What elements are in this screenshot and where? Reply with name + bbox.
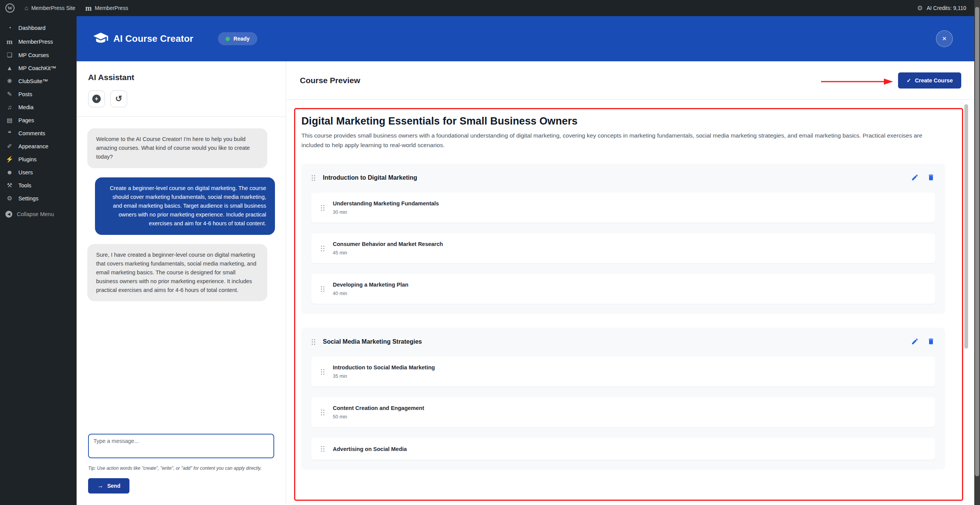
pages-icon: ▤	[5, 117, 14, 123]
sidebar-item-label: Media	[18, 104, 34, 110]
sidebar-item-plugins[interactable]: ⚡ Plugins	[0, 153, 77, 166]
sidebar-item-label: Users	[18, 169, 33, 175]
status-badge: Ready	[218, 32, 257, 45]
drag-handle-icon[interactable]	[311, 339, 316, 345]
sidebar-item-pages[interactable]: ▤ Pages	[0, 114, 77, 127]
browser-scrollbar[interactable]	[974, 0, 980, 505]
arrow-right-icon: →	[97, 483, 103, 489]
sidebar-item-collapse-menu[interactable]: ◀ Collapse Menu	[0, 207, 77, 221]
history-button[interactable]: ↺	[110, 90, 127, 107]
courses-icon: ❏	[5, 52, 14, 58]
drag-handle-icon[interactable]	[321, 205, 325, 211]
lesson-title: Understanding Marketing Fundamentals	[333, 200, 439, 207]
sidebar-item-tools[interactable]: ⚒ Tools	[0, 179, 77, 192]
sidebar-item-users[interactable]: ☻ Users	[0, 166, 77, 179]
sidebar-item-settings[interactable]: ⚙ Settings	[0, 192, 77, 205]
course-section: Social Media Marketing Strategies	[301, 328, 945, 470]
pencil-icon	[911, 338, 919, 345]
lesson-title: Introduction to Social Media Marketing	[333, 364, 435, 371]
lesson-card: Consumer Behavior and Market Research 45…	[311, 233, 935, 263]
annotation-box: Digital Marketing Essentials for Small B…	[294, 108, 963, 501]
course-preview-panel: Course Preview ✓ Create Course Digital M…	[286, 61, 974, 505]
assistant-title: AI Assistant	[88, 73, 274, 82]
collapse-icon: ◀	[5, 211, 12, 218]
app-header: AI Course Creator Ready ✕	[77, 16, 974, 61]
sidebar-item-label: MP Courses	[18, 52, 49, 58]
ai-assistant-panel: AI Assistant + ↺ Welcome to the AI Cours…	[77, 61, 286, 505]
drag-handle-icon[interactable]	[321, 369, 325, 375]
chat-message-list: Welcome to the AI Course Creator! I'm he…	[77, 117, 286, 434]
admin-bar-memberpress-link[interactable]: m MemberPress	[85, 4, 128, 12]
drag-handle-icon[interactable]	[311, 175, 316, 181]
plugins-icon: ⚡	[5, 156, 14, 162]
clubsuite-icon: ❋	[5, 78, 14, 84]
create-course-button[interactable]: ✓ Create Course	[898, 72, 961, 89]
lesson-card: Introduction to Social Media Marketing 3…	[311, 357, 935, 387]
sidebar-item-label: ClubSuite™	[18, 78, 48, 84]
settings-icon: ⚙	[5, 195, 14, 202]
sidebar-item-appearance[interactable]: ✐ Appearance	[0, 140, 77, 153]
ai-course-creator-app: AI Course Creator Ready ✕ AI Assistant +…	[77, 16, 974, 505]
wordpress-logo-icon[interactable]: W	[5, 3, 15, 13]
sidebar-item-mp-coachkit[interactable]: ▲ MP CoachKit™	[0, 62, 77, 75]
sidebar-item-label: Comments	[18, 130, 45, 136]
drag-handle-icon[interactable]	[321, 286, 325, 292]
close-icon[interactable]: ✕	[936, 30, 953, 47]
users-icon: ☻	[5, 169, 14, 175]
memberpress-icon: m	[5, 38, 14, 45]
ai-credits-label: AI Credits: 9,110	[927, 5, 966, 11]
pencil-icon	[911, 174, 919, 181]
lesson-card: Understanding Marketing Fundamentals 30 …	[311, 193, 935, 223]
lesson-card: Advertising on Social Media	[311, 438, 935, 460]
user-message: Create a beginner-level course on digita…	[95, 177, 275, 235]
delete-section-button[interactable]	[927, 174, 935, 182]
media-icon: ♫	[5, 104, 14, 110]
trash-icon	[927, 174, 935, 181]
sidebar-item-media[interactable]: ♫ Media	[0, 101, 77, 114]
sidebar-item-mp-courses[interactable]: ❏ MP Courses	[0, 49, 77, 62]
edit-section-button[interactable]	[911, 338, 919, 346]
send-button[interactable]: → Send	[88, 478, 129, 494]
lesson-duration: 40 min	[333, 291, 408, 296]
send-label: Send	[107, 483, 120, 489]
drag-handle-icon[interactable]	[321, 446, 325, 452]
sidebar-item-label: Plugins	[18, 156, 37, 162]
lesson-title: Advertising on Social Media	[333, 446, 407, 452]
wp-admin-bar: W ⌂ MemberPress Site m MemberPress ⚙ AI …	[0, 0, 980, 16]
gear-icon[interactable]: ⚙	[917, 4, 923, 12]
sidebar-item-clubsuite[interactable]: ❋ ClubSuite™	[0, 75, 77, 88]
sidebar-item-memberpress[interactable]: m MemberPress	[0, 34, 77, 49]
home-icon: ⌂	[25, 5, 28, 11]
create-course-label: Create Course	[915, 77, 953, 84]
drag-handle-icon[interactable]	[321, 245, 325, 252]
browser-scrollbar-thumb[interactable]	[975, 7, 979, 476]
drag-handle-icon[interactable]	[321, 409, 325, 416]
check-icon: ✓	[906, 78, 911, 83]
app-title: AI Course Creator	[113, 33, 193, 44]
history-icon: ↺	[115, 95, 122, 103]
preview-scrollbar-thumb[interactable]	[964, 104, 968, 349]
assistant-message: Sure, I have created a beginner-level co…	[87, 244, 267, 302]
sidebar-item-posts[interactable]: ✎ Posts	[0, 88, 77, 101]
lesson-title: Consumer Behavior and Market Research	[333, 241, 443, 247]
sidebar-item-label: MP CoachKit™	[18, 65, 56, 71]
course-title: Digital Marketing Essentials for Small B…	[301, 115, 945, 127]
lesson-list: Understanding Marketing Fundamentals 30 …	[311, 193, 935, 304]
wp-sidebar: ◔ Dashboard m MemberPress ❏ MP Courses ▲…	[0, 16, 77, 505]
lesson-duration: 30 min	[333, 210, 439, 215]
sidebar-item-comments[interactable]: ❝ Comments	[0, 127, 77, 140]
admin-bar-site-link[interactable]: ⌂ MemberPress Site	[25, 5, 75, 11]
appearance-icon: ✐	[5, 143, 14, 149]
plus-icon: +	[92, 95, 101, 103]
edit-section-button[interactable]	[911, 174, 919, 182]
sidebar-item-dashboard[interactable]: ◔ Dashboard	[0, 21, 77, 34]
sidebar-item-label: Tools	[18, 182, 31, 189]
lesson-list: Introduction to Social Media Marketing 3…	[311, 357, 935, 460]
lesson-title: Content Creation and Engagement	[333, 405, 424, 411]
memberpress-logo-icon: m	[85, 4, 92, 12]
delete-section-button[interactable]	[927, 338, 935, 346]
new-chat-button[interactable]: +	[88, 90, 105, 107]
chat-input[interactable]	[88, 434, 274, 458]
course-section: Introduction to Digital Marketing	[301, 164, 945, 314]
preview-title: Course Preview	[300, 76, 360, 85]
